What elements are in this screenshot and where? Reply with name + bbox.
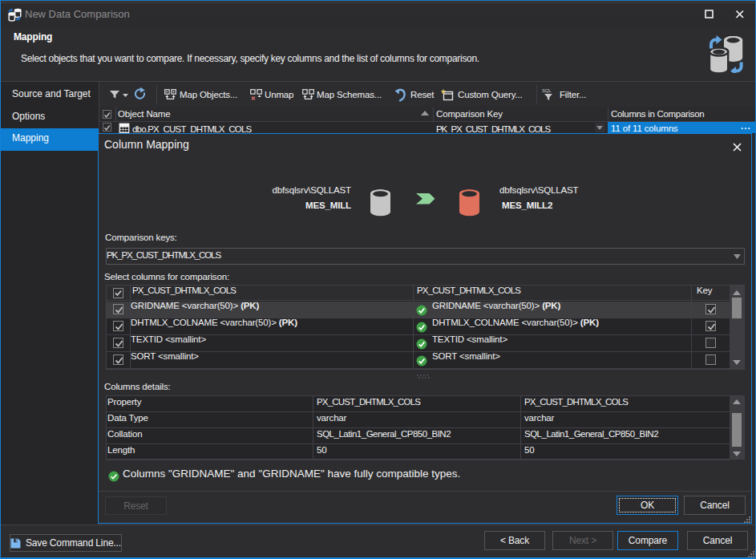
svg-text:SQL: SQL <box>542 88 552 93</box>
